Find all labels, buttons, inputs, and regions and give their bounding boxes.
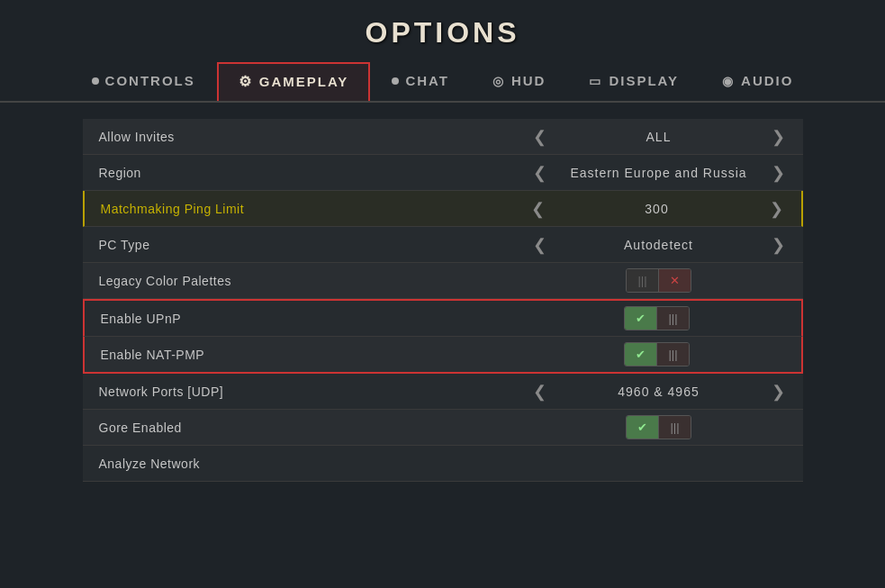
legacy-color-toggle[interactable]: ||| ✕ [626,268,691,293]
enable-nat-pmp-control: ✔ ||| [513,337,801,372]
tab-hud[interactable]: ◎ HUD [471,62,568,101]
enable-upnp-toggle-on[interactable]: ✔ [625,307,657,330]
tab-audio[interactable]: ◉ AUDIO [700,62,815,101]
network-ports-right-btn[interactable]: ❯ [764,380,792,403]
allow-invites-row: Allow Invites ❮ ALL ❯ [83,119,803,155]
enable-nat-pmp-toggle-on[interactable]: ✔ [625,343,657,366]
settings-panel: Allow Invites ❮ ALL ❯ Region ❮ Eastern E… [83,119,803,482]
gameplay-gear-icon: ⚙ [239,73,253,90]
tab-controls[interactable]: CONTROLS [70,62,217,101]
matchmaking-ping-left-btn[interactable]: ❮ [524,197,552,221]
tabs-bar: CONTROLS ⚙ GAMEPLAY CHAT ◎ HUD ▭ DISPLAY… [0,62,885,103]
gore-enabled-toggle-on[interactable]: ✔ [627,416,659,439]
enable-upnp-row: Enable UPnP ✔ ||| [83,299,803,337]
matchmaking-ping-label: Matchmaking Ping Limit [85,202,513,216]
pc-type-left-btn[interactable]: ❮ [526,233,554,257]
enable-nat-pmp-row: Enable NAT-PMP ✔ ||| [83,337,803,374]
matchmaking-ping-value: 300 [559,202,755,216]
tab-display[interactable]: ▭ DISPLAY [567,62,700,101]
matchmaking-ping-right-btn[interactable]: ❯ [763,197,790,221]
region-row: Region ❮ Eastern Europe and Russia ❯ [83,155,803,191]
tab-audio-label: AUDIO [741,73,793,88]
matchmaking-ping-row: Matchmaking Ping Limit ❮ 300 ❯ [83,191,803,227]
gore-enabled-row: Gore Enabled ✔ ||| [83,410,803,446]
pc-type-row: PC Type ❮ Autodetect ❯ [83,227,803,263]
legacy-color-label: Legacy Color Palettes [83,274,515,288]
enable-upnp-toggle-off[interactable]: ||| [657,307,688,330]
gore-enabled-label: Gore Enabled [83,421,515,435]
allow-invites-left-btn[interactable]: ❮ [526,125,554,149]
gore-enabled-toggle-off[interactable]: ||| [659,416,690,439]
enable-upnp-toggle[interactable]: ✔ ||| [624,306,689,330]
enable-nat-pmp-label: Enable NAT-PMP [85,348,513,362]
network-ports-label: Network Ports [UDP] [83,384,515,399]
legacy-color-toggle-off[interactable]: ✕ [659,269,691,292]
pc-type-label: PC Type [83,238,515,252]
legacy-color-toggle-on[interactable]: ||| [627,269,658,292]
pc-type-value: Autodetect [561,238,757,252]
enable-nat-pmp-toggle-off[interactable]: ||| [657,343,688,366]
legacy-color-row: Legacy Color Palettes ||| ✕ [83,263,803,299]
network-ports-control: ❮ 4960 & 4965 ❯ [515,375,803,409]
enable-upnp-label: Enable UPnP [85,312,513,326]
page-container: OPTIONS CONTROLS ⚙ GAMEPLAY CHAT ◎ HUD ▭… [0,0,885,482]
tab-chat[interactable]: CHAT [370,62,471,101]
enable-nat-pmp-toggle[interactable]: ✔ ||| [624,342,689,366]
region-left-btn[interactable]: ❮ [526,161,554,185]
matchmaking-ping-control: ❮ 300 ❯ [513,192,801,226]
region-label: Region [83,166,515,180]
analyze-network-row: Analyze Network [83,446,803,482]
tab-display-label: DISPLAY [609,73,679,88]
display-icon: ▭ [589,74,602,88]
pc-type-right-btn[interactable]: ❯ [764,233,792,257]
tab-controls-label: CONTROLS [105,73,195,88]
tab-hud-label: HUD [511,73,546,88]
hud-icon: ◎ [492,74,505,88]
chat-dot-icon [392,77,399,85]
allow-invites-label: Allow Invites [83,130,515,144]
allow-invites-control: ❮ ALL ❯ [515,120,803,154]
region-right-btn[interactable]: ❯ [764,161,792,185]
network-ports-row: Network Ports [UDP] ❮ 4960 & 4965 ❯ [83,374,803,410]
tab-gameplay-label: GAMEPLAY [259,74,349,89]
tab-chat-label: CHAT [405,73,449,88]
network-ports-value: 4960 & 4965 [561,384,757,399]
legacy-color-control: ||| ✕ [515,263,803,298]
allow-invites-right-btn[interactable]: ❯ [764,125,792,149]
analyze-network-label: Analyze Network [83,457,515,471]
controls-dot-icon [92,77,99,85]
enable-upnp-control: ✔ ||| [513,301,801,336]
gore-enabled-control: ✔ ||| [515,410,803,445]
analyze-network-control [515,458,803,469]
network-ports-left-btn[interactable]: ❮ [526,380,554,403]
allow-invites-value: ALL [561,130,757,144]
gore-enabled-toggle[interactable]: ✔ ||| [626,415,691,439]
region-control: ❮ Eastern Europe and Russia ❯ [515,156,803,190]
audio-icon: ◉ [722,74,735,88]
tab-gameplay[interactable]: ⚙ GAMEPLAY [217,62,371,101]
pc-type-control: ❮ Autodetect ❯ [515,228,803,262]
region-value: Eastern Europe and Russia [561,166,757,180]
page-title: OPTIONS [0,0,885,62]
